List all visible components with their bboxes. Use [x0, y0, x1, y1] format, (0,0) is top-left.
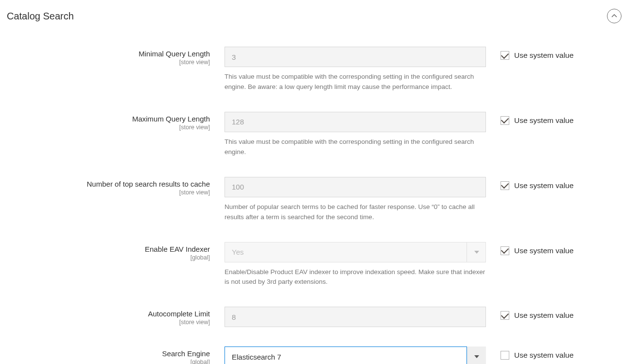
- field-label: Minimal Query Length: [7, 50, 210, 58]
- use-system-checkbox[interactable]: [501, 181, 509, 190]
- field-note: Number of popular search terms to be cac…: [225, 202, 486, 223]
- use-system-label[interactable]: Use system value: [514, 181, 573, 190]
- field-scope: [store view]: [7, 59, 210, 66]
- control-cell: This value must be compatible with the c…: [225, 47, 486, 92]
- label-cell: Enable EAV Indexer [global]: [7, 242, 210, 261]
- field-scope: [store view]: [7, 319, 210, 326]
- field-scope: [global]: [7, 254, 210, 261]
- select-wrap: Elasticsearch 7: [225, 347, 486, 364]
- use-system-label[interactable]: Use system value: [514, 311, 573, 320]
- enable-eav-indexer-select[interactable]: Yes: [225, 242, 486, 262]
- use-system-label[interactable]: Use system value: [514, 351, 573, 360]
- use-system-label[interactable]: Use system value: [514, 116, 573, 125]
- field-row-maximum-query-length: Maximum Query Length [store view] This v…: [7, 112, 622, 157]
- collapse-section-button[interactable]: [607, 9, 622, 23]
- field-label: Autocomplete Limit: [7, 310, 210, 318]
- use-system-cell: Use system value: [501, 242, 622, 255]
- use-system-cell: Use system value: [501, 177, 622, 190]
- control-cell: This value must be compatible with the c…: [225, 112, 486, 157]
- field-label: Search Engine: [7, 349, 210, 358]
- use-system-checkbox[interactable]: [501, 51, 509, 60]
- field-row-top-results-cache: Number of top search results to cache [s…: [7, 177, 622, 223]
- use-system-checkbox[interactable]: [501, 116, 509, 125]
- field-scope: [global]: [7, 359, 210, 364]
- field-row-autocomplete-limit: Autocomplete Limit [store view] Use syst…: [7, 307, 622, 327]
- field-row-enable-eav-indexer: Enable EAV Indexer [global] Yes Enable/D…: [7, 242, 622, 288]
- field-note: This value must be compatible with the c…: [225, 137, 486, 157]
- label-cell: Minimal Query Length [store view]: [7, 47, 210, 66]
- field-label: Maximum Query Length: [7, 115, 210, 123]
- use-system-cell: Use system value: [501, 307, 622, 320]
- field-note: Enable/Disable Product EAV indexer to im…: [225, 267, 486, 288]
- control-cell: Elasticsearch 7 If not specified, Defaul…: [225, 347, 486, 364]
- use-system-label[interactable]: Use system value: [514, 51, 573, 60]
- field-row-search-engine: Search Engine [global] Elasticsearch 7 I…: [7, 347, 622, 364]
- use-system-checkbox[interactable]: [501, 311, 509, 320]
- maximum-query-length-input[interactable]: [225, 112, 486, 132]
- select-wrap: Yes: [225, 242, 486, 262]
- field-label: Enable EAV Indexer: [7, 245, 210, 254]
- use-system-checkbox[interactable]: [501, 246, 509, 255]
- minimal-query-length-input[interactable]: [225, 47, 486, 67]
- chevron-up-icon: [611, 14, 617, 18]
- fields-container: Minimal Query Length [store view] This v…: [0, 32, 640, 364]
- use-system-cell: Use system value: [501, 47, 622, 60]
- section-title: Catalog Search: [7, 11, 74, 22]
- control-cell: [225, 307, 486, 327]
- autocomplete-limit-input[interactable]: [225, 307, 486, 327]
- control-cell: Number of popular search terms to be cac…: [225, 177, 486, 223]
- use-system-cell: Use system value: [501, 347, 622, 360]
- label-cell: Maximum Query Length [store view]: [7, 112, 210, 131]
- search-engine-select[interactable]: Elasticsearch 7: [225, 347, 486, 364]
- field-row-minimal-query-length: Minimal Query Length [store view] This v…: [7, 47, 622, 92]
- field-label: Number of top search results to cache: [7, 180, 210, 189]
- field-scope: [store view]: [7, 189, 210, 196]
- use-system-cell: Use system value: [501, 112, 622, 125]
- field-scope: [store view]: [7, 124, 210, 131]
- field-note: This value must be compatible with the c…: [225, 72, 486, 92]
- top-results-cache-input[interactable]: [225, 177, 486, 197]
- label-cell: Autocomplete Limit [store view]: [7, 307, 210, 326]
- control-cell: Yes Enable/Disable Product EAV indexer t…: [225, 242, 486, 288]
- label-cell: Number of top search results to cache [s…: [7, 177, 210, 196]
- section-header: Catalog Search: [0, 0, 640, 32]
- use-system-checkbox[interactable]: [501, 351, 509, 360]
- label-cell: Search Engine [global]: [7, 347, 210, 364]
- use-system-label[interactable]: Use system value: [514, 246, 573, 255]
